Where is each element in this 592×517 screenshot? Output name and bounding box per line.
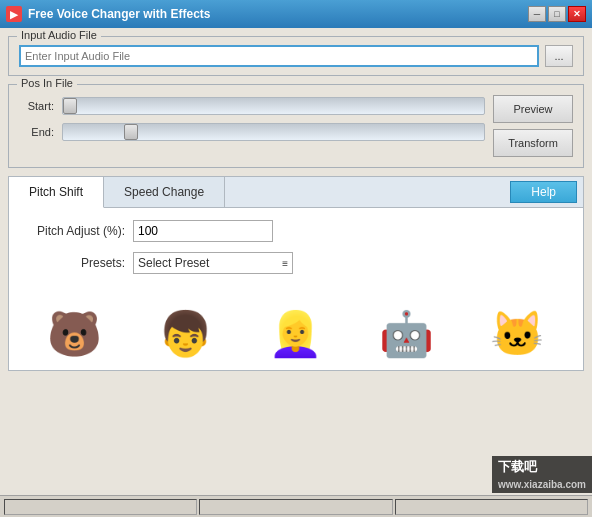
pitch-adjust-input[interactable] [133,220,273,242]
avatar-bear[interactable]: 🐻 [44,304,104,364]
title-bar: ▶ Free Voice Changer with Effects ─ □ ✕ [0,0,592,28]
avatar-cat[interactable]: 🐱 [488,304,548,364]
presets-row: Presets: Select Preset ≡ [25,252,567,274]
help-button[interactable]: Help [510,181,577,203]
start-slider[interactable] [62,97,485,115]
avatar-row: 🐻 👦 👱‍♀️ 🤖 🐱 [9,296,583,370]
avatar-robot[interactable]: 🤖 [377,304,437,364]
slider-area: Start: End: [19,95,485,157]
end-slider[interactable] [62,123,485,141]
preview-button[interactable]: Preview [493,95,573,123]
input-audio-group: Input Audio File ... [8,36,584,76]
input-audio-label: Input Audio File [17,29,101,41]
close-button[interactable]: ✕ [568,6,586,22]
end-label: End: [19,126,54,138]
preset-select-icon: ≡ [282,258,288,269]
pos-in-file-group: Pos In File Start: End: Preview Transfor… [8,84,584,168]
preset-select[interactable]: Select Preset ≡ [133,252,293,274]
input-row: ... [19,45,573,67]
avatar-girl[interactable]: 👱‍♀️ [266,304,326,364]
start-slider-row: Start: [19,97,485,115]
app-icon: ▶ [6,6,22,22]
start-label: Start: [19,100,54,112]
minimize-button[interactable]: ─ [528,6,546,22]
tabs-row: Pitch Shift Speed Change Help [9,177,583,208]
avatar-boy[interactable]: 👦 [155,304,215,364]
status-segment-1 [4,499,197,515]
pitch-adjust-row: Pitch Adjust (%): [25,220,567,242]
transform-button[interactable]: Transform [493,129,573,157]
tab-content-pitch-shift: Pitch Adjust (%): Presets: Select Preset… [9,208,583,296]
pos-in-file-label: Pos In File [17,77,77,89]
maximize-button[interactable]: □ [548,6,566,22]
window-controls: ─ □ ✕ [528,6,586,22]
end-slider-row: End: [19,123,485,141]
action-buttons-area: Preview Transform [493,95,573,157]
browse-button[interactable]: ... [545,45,573,67]
status-segment-2 [199,499,392,515]
audio-file-input[interactable] [19,45,539,67]
pitch-adjust-label: Pitch Adjust (%): [25,224,125,238]
app-title: Free Voice Changer with Effects [28,7,528,21]
tab-pitch-shift[interactable]: Pitch Shift [9,177,104,208]
status-bar [0,495,592,517]
presets-label: Presets: [25,256,125,270]
tab-speed-change[interactable]: Speed Change [104,177,225,207]
preset-select-value: Select Preset [138,256,209,270]
status-segment-3 [395,499,588,515]
tabs-effects-area: Pitch Shift Speed Change Help Pitch Adju… [8,176,584,371]
tab-spacer [225,177,504,207]
watermark: 下载吧 www.xiazaiba.com [492,456,592,493]
main-window: Input Audio File ... Pos In File Start: … [0,28,592,517]
